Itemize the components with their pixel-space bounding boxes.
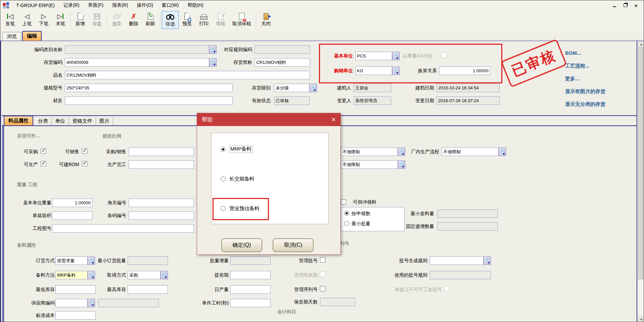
scroll-down-icon[interactable]: ▼: [638, 316, 644, 322]
customs-code-input[interactable]: [129, 199, 194, 207]
close-window-icon[interactable]: ×: [632, 2, 640, 8]
dialog-titlebar[interactable]: 帮助 ×: [197, 113, 340, 126]
menu-item-interface[interactable]: 界面(F): [84, 1, 108, 10]
scroll-up-icon[interactable]: ▲: [638, 41, 644, 47]
menu-item-report[interactable]: 报表(R): [108, 1, 132, 10]
over-purchase-sale-input[interactable]: [129, 148, 194, 156]
over-production-input[interactable]: [129, 160, 194, 169]
drawing-no-input[interactable]: [52, 224, 194, 233]
factory-flow-input[interactable]: [442, 148, 499, 156]
limit2-input[interactable]: [341, 160, 398, 169]
audited-stamp: 已审核: [501, 39, 567, 87]
refresh-button[interactable]: ↻刷新: [142, 11, 159, 29]
material-label: 材质: [9, 98, 62, 105]
product-name-input[interactable]: [65, 71, 310, 79]
preview-button[interactable]: 预览: [179, 11, 195, 29]
no-manual-batch-label: 单据上不可手工改批号: [370, 287, 442, 293]
toolbar-separator: [107, 12, 107, 28]
manage-valid-label: 管理有效期: [267, 272, 318, 279]
preview-magnifier-icon: [184, 12, 190, 21]
over-production-label: 生产完工: [73, 162, 126, 168]
first-record-button[interactable]: ◁首笔: [2, 11, 18, 29]
panel-left-border: [2, 125, 4, 322]
stock-code-input[interactable]: [65, 58, 209, 67]
menu-item-app[interactable]: T-GROUP ERP(E): [12, 1, 59, 9]
prev-record-icon: ◁: [25, 12, 30, 21]
tab-browse[interactable]: 浏览: [2, 32, 21, 41]
delete-button[interactable]: ✗删除: [125, 11, 142, 29]
accounting-header: 会计科目: [277, 309, 296, 315]
last-record-button[interactable]: ▷末笔: [52, 11, 69, 29]
shelf-days-input: [320, 298, 355, 306]
dialog-ok-button[interactable]: 确定(Q): [221, 238, 262, 252]
max-stock-input[interactable]: [128, 285, 168, 294]
mrp-prep-option-label[interactable]: MRP备料: [229, 146, 252, 153]
manage-valid-checkbox: [320, 272, 325, 277]
material-input[interactable]: [65, 96, 233, 105]
can-purchase-checkbox[interactable]: [41, 148, 46, 154]
link-process-flow[interactable]: 工艺流程...: [565, 63, 590, 69]
std-cost-input[interactable]: [55, 311, 96, 320]
lead-time-input[interactable]: [230, 271, 271, 279]
std-cost-label: 标准成本: [4, 313, 55, 319]
minimize-icon[interactable]: [611, 2, 618, 8]
link-bom[interactable]: BOM...: [565, 50, 581, 56]
close-button[interactable]: 关闭: [258, 11, 274, 29]
long-leadtime-radio[interactable]: [221, 176, 226, 182]
unit-hours-input[interactable]: [230, 299, 271, 307]
lookup-icon[interactable]: [160, 271, 168, 279]
cancel-audit-button[interactable]: ⊗取消审核: [229, 11, 255, 29]
next-record-button[interactable]: ▷下笔: [35, 11, 52, 29]
save-button: 存盘: [89, 11, 105, 29]
link-more[interactable]: 更多...: [565, 76, 580, 82]
supplier-code-label: 供应商编码: [4, 300, 55, 307]
tab-unit[interactable]: 单位: [52, 117, 69, 125]
can-produce-label: 可生产: [4, 162, 38, 168]
tab-item-attributes[interactable]: 料品属性: [4, 116, 33, 125]
link-show-unclassified[interactable]: 显示无分类的存货: [565, 101, 605, 108]
restore-icon[interactable]: [622, 2, 629, 8]
new-button[interactable]: 新增: [72, 11, 89, 29]
barcode-label: 条码编号: [73, 213, 126, 219]
menu-item-operate[interactable]: 操作(O): [133, 1, 157, 10]
batch-increment-label: 批量增量: [178, 258, 229, 265]
supplier-code-input[interactable]: [55, 299, 88, 307]
manage-serial-label: 管理序列号: [267, 287, 318, 293]
lookup-icon[interactable]: [484, 256, 491, 265]
backflush-checkbox[interactable]: [341, 199, 346, 205]
tab-classification[interactable]: 分类: [35, 117, 52, 125]
barcode-input[interactable]: [129, 211, 194, 220]
mrp-prep-radio[interactable]: [221, 147, 226, 152]
vertical-scrollbar[interactable]: ▲ ▼: [638, 41, 644, 322]
tab-edit[interactable]: 编辑: [22, 31, 42, 41]
menu-item-window[interactable]: 窗口(W): [157, 1, 183, 10]
supplier-name-input: [98, 299, 159, 307]
lookup-icon[interactable]: [88, 299, 95, 307]
manage-serial-checkbox[interactable]: [320, 286, 325, 291]
link-show-with-image[interactable]: 显示有图片的存货: [565, 88, 605, 95]
scrollbar-thumb[interactable]: [638, 47, 644, 279]
dialog-cancel-button[interactable]: 取消(C): [273, 238, 314, 252]
long-leadtime-option-label[interactable]: 长交期备料: [229, 176, 255, 182]
filter-button[interactable]: 筛选: [162, 11, 179, 29]
can-produce-checkbox[interactable]: [41, 161, 46, 166]
manage-batch-checkbox[interactable]: [320, 257, 325, 263]
menu-item-help[interactable]: 帮助(H): [183, 1, 208, 10]
dialog-close-icon[interactable]: ×: [331, 116, 336, 123]
issue-min-batch-radio[interactable]: [344, 221, 349, 226]
gen-rule-input[interactable]: [430, 256, 484, 265]
valid-status-label: 有效状态: [217, 98, 271, 105]
tab-image[interactable]: 图片: [96, 117, 113, 125]
lookup-icon[interactable]: [398, 160, 405, 169]
issue-by-request-radio[interactable]: [344, 211, 349, 216]
lookup-icon[interactable]: [499, 148, 506, 156]
spec-model-input[interactable]: [65, 84, 233, 92]
print-button[interactable]: 打印: [195, 11, 212, 29]
order-mode-label: 订货方式: [4, 258, 55, 265]
daily-output-input[interactable]: [230, 285, 271, 294]
tab-qualification-files[interactable]: 资格文件: [69, 117, 96, 125]
menu-item-record[interactable]: 记录(R): [59, 1, 84, 10]
prev-record-button[interactable]: ◁上笔: [18, 11, 35, 29]
acquire-input[interactable]: [128, 271, 160, 279]
min-order-input: [128, 256, 168, 265]
